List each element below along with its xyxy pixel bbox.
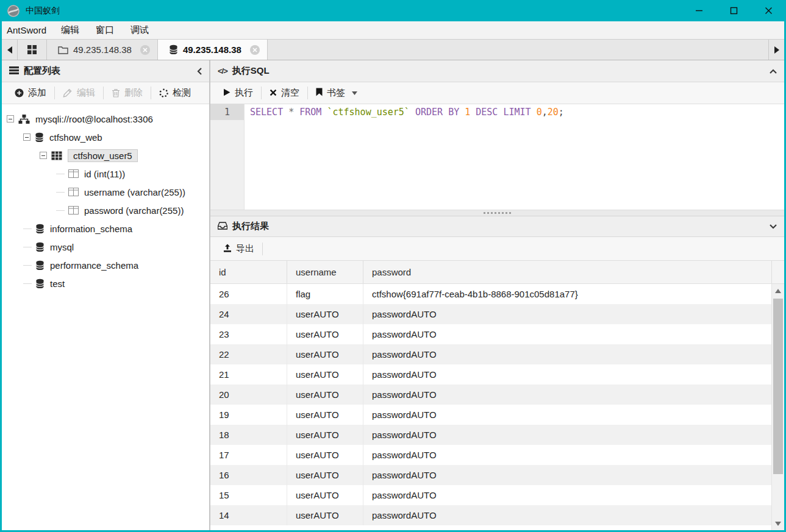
tree-item-label: password (varchar(255)) xyxy=(84,205,184,216)
tab-scroll-right-icon[interactable] xyxy=(768,40,784,60)
tree-expander-icon[interactable] xyxy=(40,152,47,159)
cell-password: passwordAUTO xyxy=(363,425,771,445)
sidebar-toolbar-button-0[interactable]: 添加 xyxy=(7,87,54,99)
sql-token-number: 0 xyxy=(537,107,542,118)
result-panel-title: 执行结果 xyxy=(232,221,269,232)
tree-item-0[interactable]: mysqli://root@localhost:3306 xyxy=(2,110,209,128)
table-row[interactable]: 24userAUTOpasswordAUTO xyxy=(210,304,771,324)
tab-1[interactable]: 49.235.148.38 xyxy=(158,40,268,60)
sidebar-toolbar-button-3[interactable]: 检测 xyxy=(151,87,199,99)
scroll-down-icon[interactable] xyxy=(772,517,784,530)
database-icon xyxy=(35,278,45,289)
tree-item-6[interactable]: information_schema xyxy=(2,219,209,238)
column-header-id[interactable]: id xyxy=(210,261,287,283)
table-row[interactable]: 23userAUTOpasswordAUTO xyxy=(210,324,771,344)
result-panel-collapse-icon[interactable] xyxy=(770,224,777,229)
sidebar-toolbar-button-1[interactable]: 编辑 xyxy=(55,87,103,99)
cell-username: flag xyxy=(287,284,363,304)
table-row[interactable]: 18userAUTOpasswordAUTO xyxy=(210,425,771,445)
menu-item-2[interactable]: 窗口 xyxy=(96,24,114,36)
export-button[interactable]: 导出 xyxy=(215,243,262,255)
tree-item-7[interactable]: mysql xyxy=(2,238,209,256)
tree-connector xyxy=(23,265,32,266)
config-sidebar: 配置列表 添加编辑删除检测 mysqli://root@localhost:33… xyxy=(2,60,210,530)
sql-token-string: `ctfshow_user5` xyxy=(327,107,409,118)
run-button-label: 执行 xyxy=(235,87,253,99)
close-button[interactable] xyxy=(751,0,786,21)
table-row[interactable]: 19userAUTOpasswordAUTO xyxy=(210,405,771,425)
config-panel-title: 配置列表 xyxy=(24,65,60,77)
run-button[interactable]: 执行 xyxy=(215,87,261,99)
cell-id: 20 xyxy=(210,385,287,405)
line-number: 1 xyxy=(210,104,244,120)
tree-item-2[interactable]: ctfshow_user5 xyxy=(2,146,209,165)
tree-item-3[interactable]: id (int(11)) xyxy=(2,165,209,183)
sql-panel-collapse-icon[interactable] xyxy=(770,69,777,74)
table-row[interactable]: 22userAUTOpasswordAUTO xyxy=(210,344,771,364)
tab-label: 49.235.148.38 xyxy=(73,44,132,55)
sql-token-number: 20 xyxy=(548,107,559,118)
tree-item-9[interactable]: test xyxy=(2,274,209,293)
cell-password: passwordAUTO xyxy=(363,344,771,364)
cell-username: userAUTO xyxy=(287,445,363,465)
table-row[interactable]: 26flagctfshow{691af77f-ceab-4b1b-8868-90… xyxy=(210,284,771,304)
menu-item-0[interactable]: AntSword xyxy=(7,25,46,35)
table-row[interactable]: 20userAUTOpasswordAUTO xyxy=(210,385,771,405)
bookmark-button[interactable]: 书签 xyxy=(308,87,365,99)
tree-item-label: performance_schema xyxy=(50,260,138,271)
table-row[interactable]: 14userAUTOpasswordAUTO xyxy=(210,505,771,525)
tree-item-label: mysql xyxy=(50,242,74,252)
trash-icon xyxy=(112,88,120,98)
table-row[interactable]: 21userAUTOpasswordAUTO xyxy=(210,364,771,385)
menu-item-3[interactable]: 调试 xyxy=(130,24,149,36)
table-row[interactable]: 16userAUTOpasswordAUTO xyxy=(210,465,771,485)
panel-splitter[interactable] xyxy=(210,210,784,216)
column-header-username[interactable]: username xyxy=(287,261,363,283)
scroll-up-icon[interactable] xyxy=(772,285,784,297)
tab-close-icon[interactable] xyxy=(250,45,260,55)
editor-code-area[interactable]: SELECT * FROM `ctfshow_user5` ORDER BY 1… xyxy=(245,104,784,210)
tab-close-icon[interactable] xyxy=(140,45,150,55)
spinner-icon xyxy=(159,88,168,98)
table-row[interactable]: 15userAUTOpasswordAUTO xyxy=(210,485,771,505)
table-row[interactable]: 17userAUTOpasswordAUTO xyxy=(210,445,771,465)
cell-username: userAUTO xyxy=(287,505,363,525)
tree-item-label: ctfshow_user5 xyxy=(68,149,138,162)
tree-expander-icon[interactable] xyxy=(23,133,30,141)
sidebar-collapse-icon[interactable] xyxy=(197,68,202,75)
tab-0[interactable]: 49.235.148.38 xyxy=(47,40,158,60)
column-header-password[interactable]: password xyxy=(363,261,772,283)
tree-item-8[interactable]: performance_schema xyxy=(2,256,209,274)
sql-token-plain: ; xyxy=(559,107,564,118)
toolbar-separator xyxy=(262,243,263,255)
sql-token-keyword: SELECT xyxy=(250,107,283,118)
tab-scroll-left-icon[interactable] xyxy=(2,40,18,60)
menu-item-1[interactable]: 编辑 xyxy=(61,24,79,36)
tab-home-grid-icon[interactable] xyxy=(18,40,47,60)
tree-item-1[interactable]: ctfshow_web xyxy=(2,128,209,146)
tree-expander-icon[interactable] xyxy=(7,115,14,122)
sql-token-keyword: BY xyxy=(448,107,459,118)
bookmark-button-label: 书签 xyxy=(327,87,345,99)
cell-username: userAUTO xyxy=(287,405,363,425)
button-label: 检测 xyxy=(173,87,191,99)
cell-id: 16 xyxy=(210,465,287,485)
tree-item-5[interactable]: password (varchar(255)) xyxy=(2,201,209,219)
tree-connector xyxy=(56,174,65,174)
clear-button[interactable]: 清空 xyxy=(262,87,307,99)
play-icon xyxy=(223,88,230,98)
tree-item-label: mysqli://root@localhost:3306 xyxy=(35,114,153,124)
result-scrollbar[interactable] xyxy=(771,284,784,530)
maximize-button[interactable] xyxy=(716,0,751,21)
upload-icon xyxy=(223,244,232,254)
sql-editor[interactable]: 1 SELECT * FROM `ctfshow_user5` ORDER BY… xyxy=(210,104,784,210)
sql-token-plain xyxy=(531,107,537,118)
tree-item-4[interactable]: username (varchar(255)) xyxy=(2,183,209,201)
tabbar: 49.235.148.3849.235.148.38 xyxy=(2,39,784,60)
column-icon xyxy=(68,188,79,196)
scrollbar-thumb[interactable] xyxy=(773,299,783,474)
minimize-button[interactable] xyxy=(682,0,716,21)
sidebar-toolbar-button-2[interactable]: 删除 xyxy=(104,87,151,99)
cell-username: userAUTO xyxy=(287,485,363,505)
cell-id: 15 xyxy=(210,485,287,505)
